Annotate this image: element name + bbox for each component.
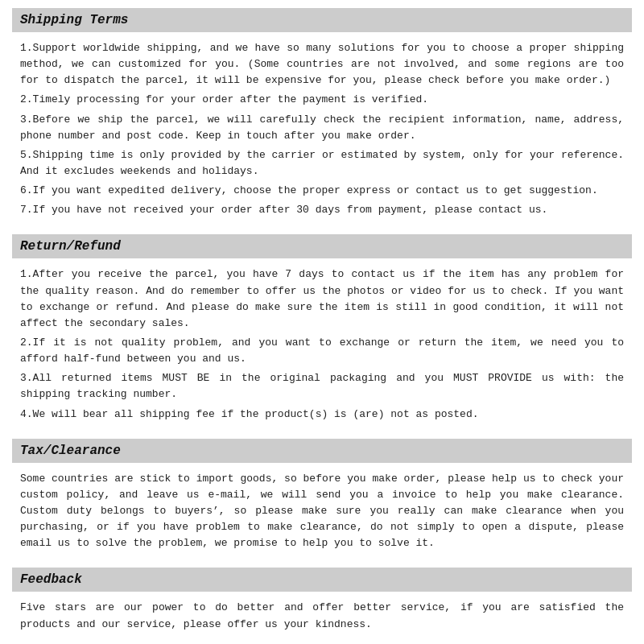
page-wrapper: Shipping Terms1.Support worldwide shippi… [0, 0, 644, 644]
paragraph: 2.If it is not quality problem, and you … [20, 335, 624, 367]
section-body-shipping: 1.Support worldwide shipping, and we hav… [12, 39, 632, 228]
section-tax: Tax/ClearanceSome countries are stick to… [12, 439, 632, 562]
section-return: Return/Refund1.After you receive the par… [12, 234, 632, 431]
paragraph: Five stars are our power to do better an… [20, 600, 624, 632]
paragraph: 3.Before we ship the parcel, we will car… [20, 112, 624, 144]
paragraph: 6.If you want expedited delivery, choose… [20, 183, 624, 199]
paragraph: 5.Shipping time is only provided by the … [20, 147, 624, 180]
section-title-tax: Tax/Clearance [20, 444, 624, 458]
section-shipping: Shipping Terms1.Support worldwide shippi… [12, 8, 632, 228]
section-body-return: 1.After you receive the parcel, you have… [12, 265, 632, 431]
section-title-feedback: Feedback [20, 572, 624, 587]
paragraph: 1.Support worldwide shipping, and we hav… [20, 40, 624, 89]
paragraph: Some countries are stick to import goods… [20, 471, 624, 552]
paragraph: 3.All returned items MUST BE in the orig… [20, 370, 624, 402]
section-feedback: FeedbackFive stars are our power to do b… [12, 568, 632, 642]
section-header-return: Return/Refund [12, 234, 632, 258]
section-title-return: Return/Refund [20, 239, 624, 254]
section-body-tax: Some countries are stick to import goods… [12, 469, 632, 562]
paragraph: 1.After you receive the parcel, you have… [20, 266, 624, 332]
section-header-shipping: Shipping Terms [12, 8, 632, 32]
paragraph: 4.We will bear all shipping fee if the p… [20, 407, 624, 423]
section-header-tax: Tax/Clearance [12, 439, 632, 463]
paragraph: 2.Timely processing for your order after… [20, 92, 624, 108]
section-body-feedback: Five stars are our power to do better an… [12, 598, 632, 642]
section-header-feedback: Feedback [12, 568, 632, 592]
section-title-shipping: Shipping Terms [20, 13, 624, 27]
paragraph: 7.If you have not received your order af… [20, 202, 624, 218]
